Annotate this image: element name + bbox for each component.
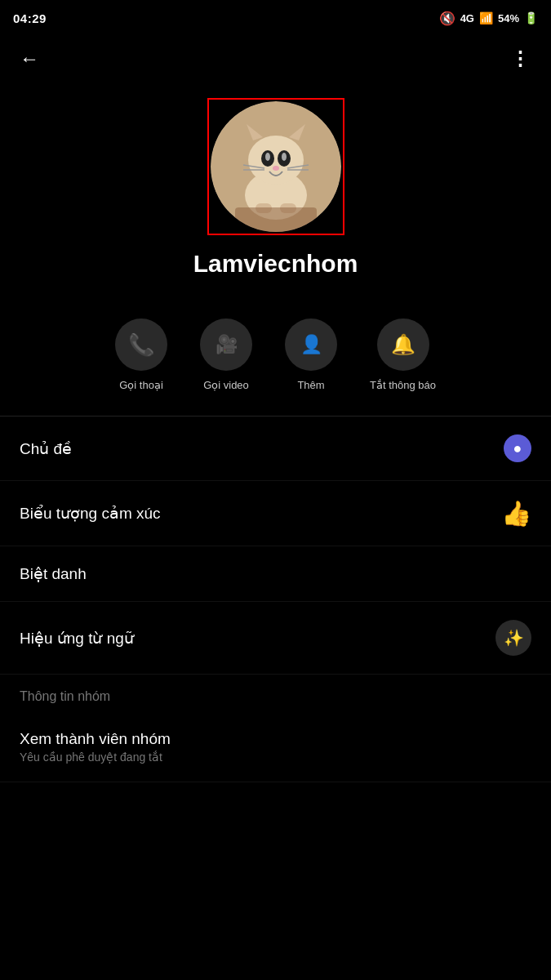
add-circle: 👤 — [285, 318, 337, 371]
group-info-header: Thông tin nhóm — [0, 675, 551, 712]
thumbs-up-icon: 👍 — [501, 499, 531, 528]
battery-label: 54% — [498, 12, 519, 24]
members-content: Xem thành viên nhóm Yêu cầu phê duyệt đa… — [20, 730, 171, 764]
action-call[interactable]: 📞 Gọi thoại — [115, 318, 167, 391]
action-video[interactable]: 🎥 Gọi video — [200, 318, 252, 391]
signal-label: 4G — [460, 12, 474, 24]
svg-point-7 — [265, 153, 270, 161]
profile-section: Lamviecnhom — [0, 82, 551, 310]
status-time: 04:29 — [13, 11, 47, 25]
action-mute[interactable]: 🔔 Tắt thông báo — [370, 318, 436, 391]
menu-item-members[interactable]: Xem thành viên nhóm Yêu cầu phê duyệt đa… — [0, 712, 551, 782]
menu-item-emoji[interactable]: Biểu tượng cảm xúc 👍 — [0, 481, 551, 546]
svg-point-8 — [282, 153, 287, 161]
svg-point-2 — [248, 136, 304, 185]
call-icon: 📞 — [128, 332, 154, 358]
add-person-icon: 👤 — [300, 334, 322, 355]
call-label: Gọi thoại — [119, 379, 163, 391]
emoji-label: Biểu tượng cảm xúc — [20, 504, 161, 523]
video-label: Gọi video — [203, 379, 249, 391]
group-name: Lamviecnhom — [193, 250, 358, 278]
more-button[interactable]: ⋮ — [507, 44, 535, 74]
status-icons: 🔇 4G 📶 54% 🔋 — [439, 11, 538, 26]
avatar — [211, 101, 341, 232]
svg-point-9 — [273, 166, 279, 171]
theme-icon: ● — [504, 434, 531, 462]
status-bar: 04:29 🔇 4G 📶 54% 🔋 — [0, 0, 551, 36]
sparkle-icon: ✨ — [504, 628, 524, 648]
action-add[interactable]: 👤 Thêm — [285, 318, 337, 391]
mute-label: Tắt thông báo — [370, 379, 436, 391]
top-nav: ← ⋮ — [0, 36, 551, 82]
video-circle: 🎥 — [200, 318, 252, 371]
avatar-wrapper[interactable] — [207, 98, 344, 235]
call-circle: 📞 — [115, 318, 167, 371]
signal-bars-icon: 📶 — [479, 11, 493, 24]
mute-circle: 🔔 — [377, 318, 429, 371]
menu-item-nickname[interactable]: Biệt danh — [0, 546, 551, 602]
members-label: Xem thành viên nhóm — [20, 730, 171, 748]
circle-icon: ● — [513, 440, 522, 457]
nickname-label: Biệt danh — [20, 564, 87, 583]
group-info-label: Thông tin nhóm — [20, 689, 110, 703]
mute-icon: 🔇 — [439, 11, 455, 26]
menu-item-word-effect[interactable]: Hiệu ứng từ ngữ ✨ — [0, 602, 551, 675]
members-sub: Yêu cầu phê duyệt đang tắt — [20, 751, 171, 764]
theme-label: Chủ đề — [20, 439, 72, 458]
bell-icon: 🔔 — [391, 333, 415, 356]
add-label: Thêm — [297, 379, 324, 391]
menu-item-theme[interactable]: Chủ đề ● — [0, 416, 551, 481]
battery-icon: 🔋 — [524, 11, 538, 24]
back-button[interactable]: ← — [16, 44, 42, 74]
action-buttons: 📞 Gọi thoại 🎥 Gọi video 👤 Thêm 🔔 Tắt thô… — [0, 310, 551, 416]
word-effect-label: Hiệu ứng từ ngữ — [20, 629, 134, 648]
avatar-image — [211, 101, 341, 232]
sparkle-icon-circle: ✨ — [495, 620, 531, 656]
video-icon: 🎥 — [216, 334, 238, 355]
svg-rect-16 — [235, 207, 317, 232]
